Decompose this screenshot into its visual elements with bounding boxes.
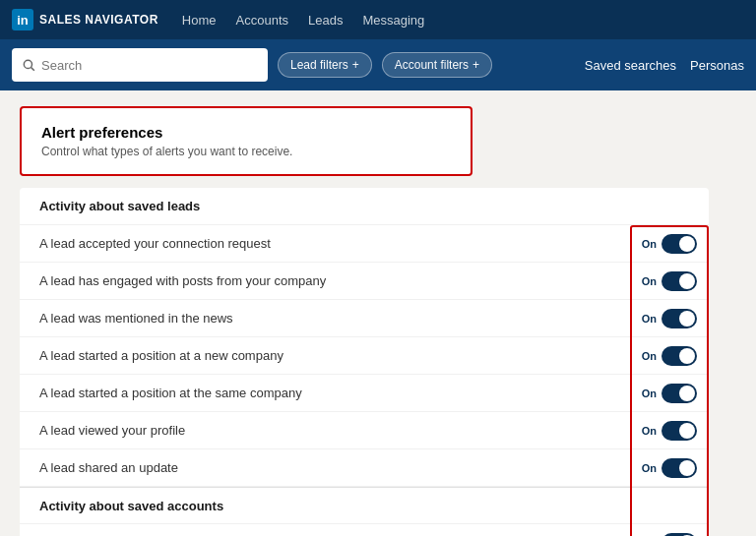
alert-card-subtitle: Control what types of alerts you want to… [41,145,451,158]
search-input-wrapper [12,48,268,82]
search-bar-section: Lead filters + Account filters + Saved s… [0,39,756,90]
lead-filters-button[interactable]: Lead filters + [278,52,372,78]
saved-searches-link[interactable]: Saved searches [585,58,676,73]
toggle-news[interactable] [662,309,697,328]
toggle-row-same-company: A lead started a position at the same co… [20,375,709,412]
main-area: Alert preferences Control what types of … [0,90,756,536]
rows-with-toggle: A lead accepted your connection request … [20,225,709,536]
brand-name: SALES NAVIGATOR [39,13,158,27]
personas-link[interactable]: Personas [690,58,744,73]
toggle-shared-update[interactable] [662,458,697,478]
toggle-row-new-company: A lead started a position at a new compa… [20,337,709,375]
linkedin-logo: in [12,9,33,30]
toggle-row-posts-company: A lead has engaged with posts from your … [20,263,709,300]
toggle-connection-request[interactable] [662,234,697,254]
heading-saved-accounts: Activity about saved accounts [20,487,709,524]
nav-home[interactable]: Home [182,13,217,28]
logo-area: in SALES NAVIGATOR [12,9,158,30]
toggle-row-connection-request: A lead accepted your connection request … [20,225,709,263]
toggle-row-account-news: An account was mentioned in the news On [20,524,709,536]
nav-leads[interactable]: Leads [308,13,343,28]
nav-links: Home Accounts Leads Messaging [182,13,424,28]
toggle-area-5: On [630,384,709,403]
toggle-area-3: On [630,309,709,328]
toggle-account-news[interactable] [662,533,697,537]
heading-saved-leads: Activity about saved leads [20,188,709,225]
toggle-row-news: A lead was mentioned in the news On [20,300,709,337]
nav-actions: Saved searches Personas [585,58,744,73]
toggle-posts-company[interactable] [662,271,697,291]
toggle-area-7: On [630,458,709,478]
toggle-area-1: On [630,234,709,254]
account-filters-button[interactable]: Account filters + [382,52,492,78]
alert-preferences-card: Alert preferences Control what types of … [20,106,472,176]
toggle-area-2: On [630,271,709,291]
alert-card-title: Alert preferences [41,124,451,141]
top-nav: in SALES NAVIGATOR Home Accounts Leads M… [0,0,756,39]
toggle-new-company[interactable] [662,346,697,366]
toggle-row-shared-update: A lead shared an update On [20,449,709,487]
toggle-list-container: Activity about saved leads A lead accept… [20,188,709,536]
toggle-row-viewed-profile: A lead viewed your profile On [20,412,709,449]
toggle-area-4: On [630,346,709,366]
toggle-area-6: On [630,421,709,441]
toggle-area-8: On [630,533,709,537]
toggle-viewed-profile[interactable] [662,421,697,441]
svg-point-0 [24,60,32,68]
nav-accounts[interactable]: Accounts [236,13,288,28]
search-input[interactable] [41,58,258,73]
svg-line-1 [32,68,34,71]
nav-messaging[interactable]: Messaging [362,13,424,28]
search-icon [22,58,35,72]
toggle-same-company[interactable] [662,384,697,403]
